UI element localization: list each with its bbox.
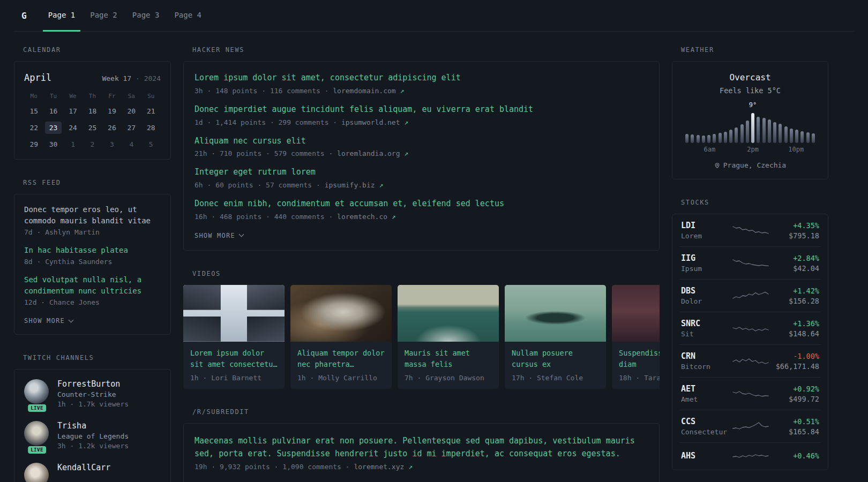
twitch-channel[interactable]: LIVE ForrestBurton Counter-Strike 1h · 1… (24, 379, 161, 408)
weather-bars (685, 111, 815, 143)
video-thumbnail[interactable] (505, 285, 606, 342)
twitch-channel[interactable]: LIVE KendallCarr (24, 463, 161, 482)
rss-item-title[interactable]: In hac habitasse platea (24, 245, 161, 256)
page-tabs: Page 1 Page 2 Page 3 Page 4 (43, 0, 207, 31)
hn-domain-link[interactable]: loremlandia.org ↗ (337, 149, 408, 157)
weather-bar (757, 117, 760, 143)
video-card[interactable]: Suspendisse potenti diam 18h · Tara (612, 285, 660, 389)
weather-bar (713, 134, 716, 143)
channel-name: KendallCarr (57, 463, 110, 472)
video-thumbnail[interactable] (290, 285, 392, 342)
stock-id: IIG Ipsum (681, 253, 728, 273)
avatar-wrap: LIVE (24, 463, 50, 482)
tab-page-2[interactable]: Page 2 (85, 0, 123, 32)
video-title[interactable]: Lorem ipsum dolor sit amet consectetu… (183, 342, 285, 370)
stock-price: $795.18 (773, 231, 819, 240)
twitch-channel[interactable]: LIVE Trisha League of Legends 3h · 1.2k … (24, 421, 161, 450)
video-title[interactable]: Aliquam tempor dolor nec pharetra… (290, 342, 392, 370)
hn-show-more-button[interactable]: SHOW MORE (194, 232, 243, 239)
hn-domain: ipsumworld.net (341, 118, 400, 126)
video-thumbnail[interactable] (612, 285, 660, 342)
hn-item-title[interactable]: Integer eget rutrum lorem (194, 167, 316, 177)
hn-domain-link[interactable]: loremdomain.com ↗ (333, 87, 404, 95)
stocks-card: LDI Lorem +4.35% $795.18 IIG Ipsum (672, 214, 828, 470)
weather-bar (724, 132, 727, 143)
stock-id: CRN Bitcorn (681, 351, 728, 371)
stock-row[interactable]: AET Amet +0.92% $499.72 (680, 377, 820, 410)
stock-sparkline (732, 256, 769, 270)
stock-id: SNRC Sit (681, 319, 728, 338)
stock-price: $148.64 (773, 329, 819, 338)
hn-domain-link[interactable]: loremtech.co ↗ (337, 213, 396, 221)
stock-id: CCS Consectetur (681, 417, 728, 436)
subreddit-post: Maecenas mollis pulvinar erat non posuer… (194, 434, 648, 471)
rss-item-title[interactable]: Donec tempor eros leo, ut commodo mauris… (24, 204, 161, 227)
stock-row[interactable]: CRN Bitcorn -1.00% $66,171.48 (680, 344, 820, 377)
video-thumbnail[interactable] (398, 285, 499, 342)
video-card[interactable]: Lorem ipsum dolor sit amet consectetu… 1… (183, 285, 285, 389)
stock-price: $66,171.48 (773, 362, 819, 371)
rss-item-meta: 8d · Cynthia Saunders (24, 258, 161, 266)
stock-row[interactable]: SNRC Sit +1.36% $148.64 (680, 312, 820, 344)
subreddit-meta-text: 19h · 9,932 points · 1,090 comments · (194, 463, 350, 471)
stock-values: +0.51% $165.84 (773, 417, 819, 436)
video-thumbnail[interactable] (183, 285, 285, 342)
avatar (24, 379, 49, 404)
app-logo[interactable]: G (14, 11, 34, 21)
stocks-widget: STOCKS LDI Lorem +4.35% $795.18 IIG (672, 199, 828, 470)
weather-hours: 6am2pm10pm (685, 146, 815, 154)
channel-name: Trisha (57, 421, 129, 431)
calendar-day: 21 (143, 105, 159, 117)
rss-show-more-button[interactable]: SHOW MORE (24, 317, 73, 325)
calendar-day: 3 (104, 138, 120, 150)
calendar-week-year: Week 17 · 2024 (102, 74, 161, 82)
hackernews-widget-title: HACKER NEWS (192, 46, 660, 54)
weather-widget-title: WEATHER (681, 46, 828, 54)
stock-row[interactable]: LDI Lorem +4.35% $795.18 (680, 214, 820, 246)
tab-page-3[interactable]: Page 3 (127, 0, 165, 32)
calendar-widget-title: CALENDAR (23, 46, 171, 54)
stock-ticker: AHS (681, 451, 728, 461)
stock-row[interactable]: CCS Consectetur +0.51% $165.84 (680, 410, 820, 442)
video-title[interactable]: Nullam posuere cursus ex (505, 342, 606, 370)
hn-item-title[interactable]: Lorem ipsum dolor sit amet, consectetur … (194, 73, 461, 82)
stock-row[interactable]: AHS +0.46% (680, 442, 820, 470)
hn-domain-link[interactable]: ipsumify.biz ↗ (325, 181, 384, 189)
calendar-weekday: Fr (102, 93, 122, 101)
stock-row[interactable]: IIG Ipsum +2.84% $42.04 (680, 246, 820, 279)
external-link-icon: ↗ (408, 463, 413, 471)
hn-item-title[interactable]: Aliquam nec cursus elit (194, 136, 306, 146)
channel-category: Counter-Strike (57, 390, 129, 398)
calendar-day: 1 (65, 138, 81, 150)
hn-domain: loremdomain.com (333, 87, 395, 95)
video-title[interactable]: Mauris sit amet massa felis (398, 342, 499, 370)
subreddit-post-title[interactable]: Maecenas mollis pulvinar erat non posuer… (194, 434, 648, 460)
video-row: Lorem ipsum dolor sit amet consectetu… 1… (183, 285, 660, 389)
hn-item-title[interactable]: Donec enim nibh, condimentum et accumsan… (194, 199, 504, 208)
channel-meta: 1h · 1.7k viewers (57, 400, 129, 408)
video-card[interactable]: Nullam posuere cursus ex 17h · Stefan Co… (505, 285, 606, 389)
rss-item-title[interactable]: Sed volutpat nulla nisl, a condimentum n… (24, 274, 161, 297)
subreddit-domain-link[interactable]: loremnet.xyz ↗ (354, 463, 413, 471)
calendar-day: 15 (26, 105, 42, 117)
video-card[interactable]: Mauris sit amet massa felis 7h · Grayson… (398, 285, 499, 389)
weather-bar (768, 119, 771, 143)
hn-domain-link[interactable]: ipsumworld.net ↗ (341, 118, 408, 126)
stock-name: Consectetur (681, 428, 728, 436)
rss-card: Donec tempor eros leo, ut commodo mauris… (14, 194, 171, 335)
calendar-card: April Week 17 · 2024 MoTuWeThFrSaSu15161… (14, 61, 171, 160)
hn-item: Aliquam nec cursus elit 21h · 710 points… (194, 135, 648, 158)
avatar (24, 421, 49, 446)
tab-page-1[interactable]: Page 1 (43, 0, 81, 32)
show-more-label: SHOW MORE (194, 232, 235, 239)
stock-row[interactable]: DBS Dolor +1.42% $156.28 (680, 279, 820, 312)
hn-item-title[interactable]: Donec imperdiet augue tincidunt felis al… (194, 104, 533, 114)
video-title[interactable]: Suspendisse potenti diam (612, 342, 660, 370)
hn-meta-text: 21h · 710 points · 579 comments · (194, 149, 333, 157)
stock-sparkline (732, 419, 769, 433)
external-link-icon: ↗ (392, 213, 396, 221)
tab-page-4[interactable]: Page 4 (169, 0, 207, 32)
video-card[interactable]: Aliquam tempor dolor nec pharetra… 1h · … (290, 285, 392, 389)
weather-location-label: Prague, Czechia (723, 161, 786, 169)
hn-item: Donec imperdiet augue tincidunt felis al… (194, 104, 648, 126)
